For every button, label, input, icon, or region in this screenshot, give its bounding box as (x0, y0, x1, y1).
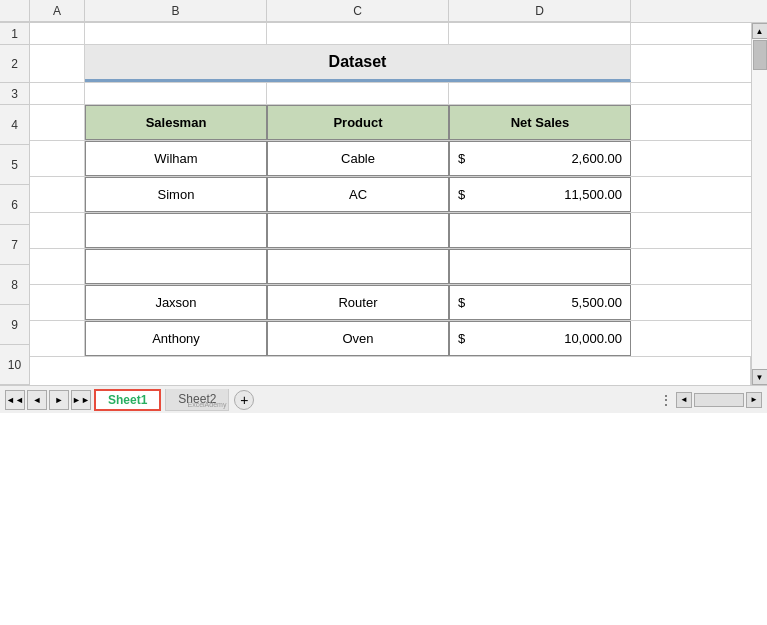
row-header-2[interactable]: 2 (0, 45, 29, 83)
cell-netsales-10[interactable]: $ 10,000.00 (449, 321, 631, 356)
row-9: Jaxson Router $ 5,500.00 (30, 285, 751, 321)
cell-product-10[interactable]: Oven (267, 321, 449, 356)
cell-product-5[interactable]: Cable (267, 141, 449, 176)
row-header-6[interactable]: 6 (0, 185, 29, 225)
cell-b7[interactable] (85, 213, 267, 248)
cell-b1[interactable] (85, 23, 267, 44)
cell-a5[interactable] (30, 141, 85, 176)
row-7 (30, 213, 751, 249)
header-salesman[interactable]: Salesman (85, 105, 267, 140)
row-header-9[interactable]: 9 (0, 305, 29, 345)
row-3 (30, 83, 751, 105)
tab-sheet2[interactable]: Sheet2 ExcelAdemy (165, 389, 229, 411)
row-1 (30, 23, 751, 45)
cell-a6[interactable] (30, 177, 85, 212)
cell-salesman-9[interactable]: Jaxson (85, 285, 267, 320)
bottom-bar: ◄◄ ◄ ► ►► Sheet1 Sheet2 ExcelAdemy + ⋮ ◄… (0, 385, 767, 413)
dots-menu[interactable]: ⋮ (659, 392, 673, 408)
cell-d8[interactable] (449, 249, 631, 284)
cell-d3[interactable] (449, 83, 631, 104)
cell-netsales-6[interactable]: $ 11,500.00 (449, 177, 631, 212)
cell-netsales-9[interactable]: $ 5,500.00 (449, 285, 631, 320)
scroll-up-button[interactable]: ▲ (752, 23, 768, 39)
tab-nav-prev[interactable]: ◄ (27, 390, 47, 410)
cell-a7[interactable] (30, 213, 85, 248)
cell-c7[interactable] (267, 213, 449, 248)
row-4: Salesman Product Net Sales (30, 105, 751, 141)
cell-c3[interactable] (267, 83, 449, 104)
row-header-10[interactable]: 10 (0, 345, 29, 385)
add-sheet-button[interactable]: + (234, 390, 254, 410)
h-scroll-track[interactable] (694, 393, 744, 407)
scroll-track (752, 39, 768, 369)
cell-salesman-5[interactable]: Wilham (85, 141, 267, 176)
h-scroll-left[interactable]: ◄ (676, 392, 692, 408)
amount-10: 10,000.00 (564, 331, 622, 346)
tab-nav-last[interactable]: ►► (71, 390, 91, 410)
row-2: Dataset (30, 45, 751, 83)
cell-b8[interactable] (85, 249, 267, 284)
cell-a3[interactable] (30, 83, 85, 104)
cell-salesman-6[interactable]: Simon (85, 177, 267, 212)
header-product[interactable]: Product (267, 105, 449, 140)
col-header-c[interactable]: C (267, 0, 449, 22)
tab-sheet1[interactable]: Sheet1 (94, 389, 161, 411)
cell-a2[interactable] (30, 45, 85, 82)
cell-d7[interactable] (449, 213, 631, 248)
amount-6: 11,500.00 (564, 187, 622, 202)
cell-c8[interactable] (267, 249, 449, 284)
bottom-right: ⋮ ◄ ► (657, 392, 767, 408)
cell-d1[interactable] (449, 23, 631, 44)
row-5: Wilham Cable $ 2,600.00 (30, 141, 751, 177)
col-header-a[interactable]: A (30, 0, 85, 22)
row-header-5[interactable]: 5 (0, 145, 29, 185)
scroll-down-button[interactable]: ▼ (752, 369, 768, 385)
corner-cell (0, 0, 30, 22)
cell-salesman-10[interactable]: Anthony (85, 321, 267, 356)
cell-a1[interactable] (30, 23, 85, 44)
row-header-3[interactable]: 3 (0, 83, 29, 105)
header-net-sales[interactable]: Net Sales (449, 105, 631, 140)
amount-5: 2,600.00 (571, 151, 622, 166)
sheet-tab-area: ◄◄ ◄ ► ►► Sheet1 Sheet2 ExcelAdemy + (0, 386, 261, 413)
row-6: Simon AC $ 11,500.00 (30, 177, 751, 213)
amount-9: 5,500.00 (571, 295, 622, 310)
scroll-thumb[interactable] (753, 40, 767, 70)
row-header-8[interactable]: 8 (0, 265, 29, 305)
row-10: Anthony Oven $ 10,000.00 (30, 321, 751, 357)
cell-b3[interactable] (85, 83, 267, 104)
cell-a10[interactable] (30, 321, 85, 356)
h-scroll-right[interactable]: ► (746, 392, 762, 408)
tab-nav-next[interactable]: ► (49, 390, 69, 410)
dollar-6: $ (458, 187, 465, 202)
watermark: ExcelAdemy (188, 401, 227, 408)
cell-a9[interactable] (30, 285, 85, 320)
cell-netsales-5[interactable]: $ 2,600.00 (449, 141, 631, 176)
cell-product-9[interactable]: Router (267, 285, 449, 320)
vertical-scrollbar[interactable]: ▲ ▼ (751, 23, 767, 385)
cell-a4[interactable] (30, 105, 85, 140)
dollar-10: $ (458, 331, 465, 346)
row-header-4[interactable]: 4 (0, 105, 29, 145)
cell-c1[interactable] (267, 23, 449, 44)
dollar-5: $ (458, 151, 465, 166)
row-8 (30, 249, 751, 285)
row-header-7[interactable]: 7 (0, 225, 29, 265)
dollar-9: $ (458, 295, 465, 310)
tab-nav-first[interactable]: ◄◄ (5, 390, 25, 410)
dataset-title[interactable]: Dataset (85, 45, 631, 82)
cell-a8[interactable] (30, 249, 85, 284)
row-header-1[interactable]: 1 (0, 23, 29, 45)
col-header-d[interactable]: D (449, 0, 631, 22)
col-header-b[interactable]: B (85, 0, 267, 22)
cell-product-6[interactable]: AC (267, 177, 449, 212)
